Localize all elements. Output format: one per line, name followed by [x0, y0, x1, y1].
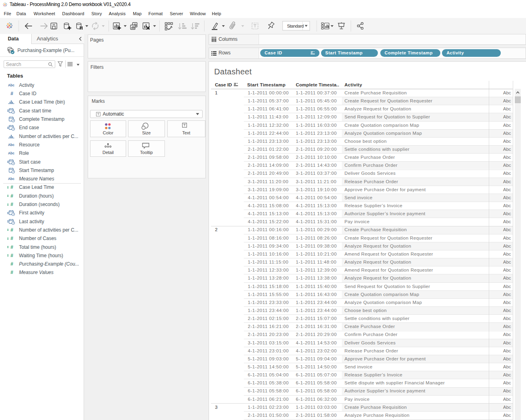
svg-text:Standard: Standard [287, 24, 304, 28]
